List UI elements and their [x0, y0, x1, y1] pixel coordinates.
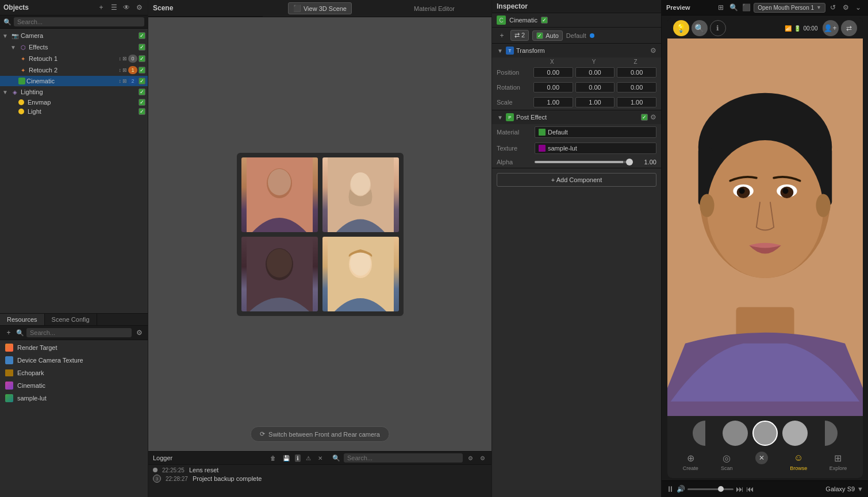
view-3d-button[interactable]: ⬛ View 3D Scene: [288, 2, 352, 14]
resource-item-sample-lut[interactable]: sample-lut: [0, 392, 148, 404]
inspector-add-button[interactable]: +: [497, 30, 507, 41]
texture-icon: [539, 145, 546, 152]
nav-create[interactable]: ⊕ Create: [683, 452, 698, 471]
resources-filter-button[interactable]: ⚙: [134, 328, 144, 338]
resource-item-cinematic[interactable]: Cinematic: [0, 379, 148, 392]
light-checkbox[interactable]: [139, 108, 145, 115]
logger-settings-button[interactable]: ⚙: [478, 454, 487, 462]
tree-item-lighting[interactable]: ▼ ◈ Lighting: [0, 86, 148, 98]
avatar-3-selected[interactable]: [752, 421, 778, 446]
nav-explore[interactable]: ⊞ Explore: [829, 452, 847, 471]
objects-filter-button[interactable]: ⚙: [134, 2, 144, 13]
rotation-x-input[interactable]: [533, 82, 573, 93]
tree-item-envmap[interactable]: Envmap: [0, 98, 148, 107]
echopark-icon: [5, 369, 13, 376]
cinematic-badge: 2: [128, 77, 137, 85]
effects-checkbox[interactable]: [139, 44, 145, 51]
position-z-input[interactable]: [617, 67, 656, 78]
device-dropdown-chevron[interactable]: ▼: [857, 486, 863, 492]
device-selector-dropdown[interactable]: Open Mouth Person 1 ▼: [754, 3, 825, 13]
nav-browse[interactable]: ☺ Browse: [790, 452, 807, 471]
retouch1-checkbox[interactable]: [139, 55, 145, 62]
position-x-input[interactable]: [533, 67, 573, 78]
auto-checkbox[interactable]: [536, 32, 543, 39]
envmap-label: Envmap: [28, 99, 137, 106]
effects-icon: ⬡: [18, 43, 28, 52]
avatar-2[interactable]: [723, 421, 748, 446]
transform-section-header[interactable]: ▼ T Transform ⚙: [492, 44, 661, 57]
logger-info-button[interactable]: ℹ: [295, 454, 301, 462]
resources-search-input[interactable]: [26, 328, 132, 337]
texture-value-field[interactable]: sample-lut: [535, 142, 656, 154]
avatar-partial-1[interactable]: [693, 421, 718, 446]
tree-item-effects[interactable]: ▼ ⬡ Effects: [0, 41, 148, 53]
camera-icon: 📷: [10, 31, 20, 40]
objects-search-input[interactable]: [14, 17, 144, 26]
envmap-checkbox[interactable]: [139, 99, 145, 106]
skip-forward-icon[interactable]: ⏭: [736, 484, 744, 494]
resource-item-device-camera[interactable]: Device Camera Texture: [0, 354, 148, 367]
preview-zoom-icon[interactable]: 🔍: [728, 2, 739, 13]
preview-settings-button[interactable]: ⚙: [840, 2, 851, 13]
avatar-partial-5[interactable]: [812, 421, 838, 446]
objects-list-view-button[interactable]: ☰: [109, 2, 119, 13]
browse-label: Browse: [790, 465, 807, 471]
add-component-button[interactable]: + Add Component: [497, 173, 656, 187]
cinematic-component-checkbox[interactable]: [541, 17, 548, 24]
search-circle-icon[interactable]: 🔍: [692, 20, 708, 36]
post-effect-gear-icon[interactable]: ⚙: [650, 113, 656, 121]
switch-camera-button[interactable]: ⟳ Switch between Front and Rear camera: [250, 426, 390, 442]
tab-resources[interactable]: Resources: [0, 314, 45, 325]
refresh-button[interactable]: ↺: [828, 2, 838, 13]
tree-item-camera[interactable]: ▼ 📷 Camera: [0, 30, 148, 41]
logger-save-button[interactable]: 💾: [281, 454, 291, 462]
skip-back-icon[interactable]: ⏮: [746, 484, 754, 494]
logger-search-input[interactable]: [344, 453, 463, 463]
avatar-4[interactable]: [782, 421, 808, 446]
preview-more-button[interactable]: ⌄: [853, 2, 863, 13]
tab-scene-config[interactable]: Scene Config: [45, 314, 97, 325]
play-pause-icon[interactable]: ⏸: [666, 484, 674, 494]
scale-z-input[interactable]: [617, 97, 656, 107]
resource-item-echopark[interactable]: Echopark: [0, 367, 148, 379]
light-bulb-icon[interactable]: 💡: [673, 20, 689, 36]
add-resource-button[interactable]: +: [3, 328, 14, 338]
logger-warn-button[interactable]: ⚠: [304, 454, 313, 462]
lighting-checkbox[interactable]: [139, 88, 145, 95]
cinematic-checkbox[interactable]: [139, 78, 145, 84]
retouch2-settings-icon: ⊠: [122, 67, 127, 73]
rotation-z-input[interactable]: [617, 82, 656, 93]
position-y-input[interactable]: [575, 67, 615, 78]
resource-item-render-target[interactable]: Render Target: [0, 341, 148, 354]
logger-filter-button[interactable]: ⚙: [466, 454, 475, 462]
logger-trash-button[interactable]: 🗑: [268, 454, 278, 462]
scale-x-input[interactable]: [533, 97, 573, 107]
svg-point-11: [350, 251, 371, 276]
tree-item-cinematic[interactable]: Cinematic ↕ ⊠ 2: [0, 76, 148, 86]
tree-item-retouch1[interactable]: ✦ Retouch 1 ↕ ⊠ 0: [0, 53, 148, 64]
post-effect-checkbox[interactable]: [641, 114, 648, 121]
transform-gear-icon[interactable]: ⚙: [650, 47, 656, 55]
alpha-slider[interactable]: [535, 161, 633, 163]
material-value-field[interactable]: Default: [535, 126, 656, 138]
add-object-button[interactable]: +: [96, 2, 106, 13]
resources-tab-bar: Resources Scene Config: [0, 314, 148, 326]
logger-error-button[interactable]: ✕: [316, 454, 324, 462]
post-effect-header[interactable]: ▼ P Post Effect ⚙: [492, 110, 661, 124]
preview-grid-icon[interactable]: ⊞: [716, 2, 726, 13]
retouch2-checkbox[interactable]: [139, 67, 145, 74]
tree-item-light[interactable]: Light: [0, 107, 148, 116]
objects-visibility-button[interactable]: 👁: [121, 2, 132, 13]
add-person-icon[interactable]: 👤+: [823, 20, 839, 36]
rotation-y-input[interactable]: [575, 82, 615, 93]
flip-icon[interactable]: ⇄: [841, 20, 857, 36]
scale-y-input[interactable]: [575, 97, 615, 107]
svg-point-23: [739, 188, 744, 194]
component-count-btn[interactable]: ⇄ 2: [510, 30, 529, 41]
preview-screenshot-icon[interactable]: ⬛: [741, 2, 751, 13]
camera-checkbox[interactable]: [139, 32, 145, 39]
nav-close[interactable]: ✕ .: [755, 452, 768, 471]
tree-item-retouch2[interactable]: ✦ Retouch 2 ↕ ⊠ 1: [0, 64, 148, 76]
nav-scan[interactable]: ◎ Scan: [720, 452, 733, 471]
volume-slider[interactable]: [688, 488, 733, 490]
